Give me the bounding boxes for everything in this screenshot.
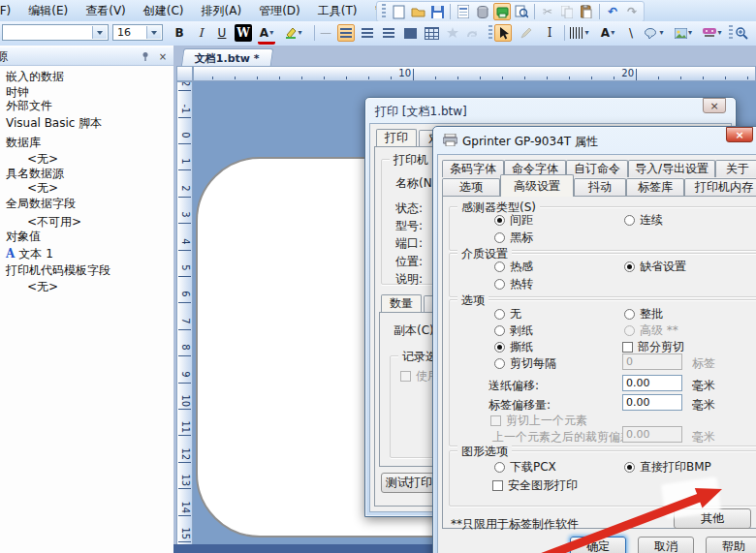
sidebar-item-vb-script[interactable]: Visual Basic 脚本 [6, 115, 102, 132]
tab-quantity[interactable]: 数量 [381, 294, 422, 312]
text-cursor-tool[interactable]: I [541, 24, 558, 42]
barcode-tool-button[interactable]: ▾ [567, 24, 592, 42]
radio-tear[interactable]: 撕纸 [494, 339, 533, 355]
radio-batch[interactable]: 整批 [624, 306, 663, 323]
tab-barcode-fonts[interactable]: 条码字体 [442, 160, 504, 177]
text-tool-button[interactable]: A▾ [596, 24, 619, 42]
picture-tool-button[interactable]: ▾ [671, 24, 696, 42]
ok-button[interactable]: 确定 [570, 537, 626, 553]
help-button[interactable]: 帮助 [706, 537, 756, 553]
combo-arrow-icon[interactable] [146, 26, 161, 39]
highlight-color-button[interactable]: ▾ [285, 24, 302, 42]
font-size-combo[interactable]: 16 [112, 24, 163, 41]
sidebar-item-global-data-fields[interactable]: 全局数据字段 [6, 196, 76, 212]
special-object-tool-button[interactable]: ▾ [700, 24, 725, 42]
toolbar-grip[interactable] [488, 25, 492, 41]
menu-manage[interactable]: 管理(D) [250, 0, 309, 21]
radio-thermal-transfer[interactable]: 热转 [494, 276, 533, 292]
label-offset-input[interactable]: 0.00 [622, 394, 682, 411]
tab-options[interactable]: 选项 [442, 178, 500, 196]
feed-offset-input[interactable]: 0.00 [622, 375, 682, 391]
radio-black-mark[interactable]: 黑标 [494, 230, 533, 246]
wordart-button[interactable]: W [235, 24, 252, 42]
menu-file[interactable]: 文件(F) [0, 0, 19, 21]
align-left-button[interactable] [337, 24, 355, 42]
tab-import-export[interactable]: 导入/导出设置 [628, 160, 715, 177]
fill-color-button[interactable] [401, 24, 419, 42]
pen-tool-button[interactable] [518, 24, 535, 42]
checkbox-secure-graphics[interactable]: 安全图形打印 [492, 477, 578, 494]
menu-tools[interactable]: 工具(T) [309, 0, 366, 21]
font-color-button[interactable]: A▾ [258, 24, 275, 45]
rotate-button[interactable] [463, 24, 481, 42]
cut-every-input[interactable]: 0 [622, 353, 682, 370]
shape-tool-button[interactable]: ▾ [642, 24, 667, 42]
italic-button[interactable]: I [192, 24, 209, 42]
select-tool-button[interactable] [494, 24, 512, 42]
close-icon[interactable]: × [726, 127, 753, 142]
align-center-button[interactable] [359, 24, 376, 42]
cut-icon[interactable]: ✂ [539, 3, 556, 20]
new-document-icon[interactable] [390, 3, 407, 20]
print-preview-icon[interactable] [513, 3, 530, 20]
checkbox-cut-last-element[interactable]: 剪切上一个元素 [490, 413, 587, 429]
sidebar-item-none[interactable]: <无> [27, 279, 58, 295]
database-icon[interactable] [474, 3, 491, 20]
save-icon[interactable] [428, 3, 446, 20]
report-icon[interactable] [455, 3, 472, 20]
copy-icon[interactable] [558, 3, 576, 20]
line-tool-button[interactable]: \ [622, 24, 640, 42]
underline-button[interactable]: U [213, 24, 231, 42]
radio-download-pcx[interactable]: 下载PCX [494, 459, 556, 476]
sidebar-item-database[interactable]: 数据库 [6, 135, 41, 151]
radio-advanced[interactable]: 高级 ** [624, 323, 678, 339]
print-setup-icon[interactable] [493, 3, 511, 20]
align-right-button[interactable] [380, 24, 397, 42]
tab-printer-memory[interactable]: 打印机内存 [684, 178, 756, 196]
line-weight-icon[interactable]: — [317, 24, 334, 42]
sidebar-item-object-values[interactable]: 对象值 [6, 229, 41, 245]
radio-cut-every[interactable]: 剪切每隔 [494, 355, 556, 372]
sidebar-item-external-file[interactable]: 外部文件 [6, 98, 52, 114]
test-print-button[interactable]: 测试打印 [381, 473, 437, 493]
pin-icon[interactable] [139, 49, 152, 63]
tab-advanced-setup[interactable]: 高级设置 [500, 174, 574, 197]
tab-about[interactable]: 关于 [715, 160, 756, 177]
radio-default-setting[interactable]: 缺省设置 [624, 259, 686, 275]
open-file-icon[interactable] [409, 3, 426, 20]
sidebar-item-text1[interactable]: A文本 1 [6, 246, 53, 262]
redo-icon[interactable]: ↷ [623, 3, 641, 20]
tab-print[interactable]: 打印 [376, 129, 417, 146]
document-tab[interactable]: 文档1.btw * [181, 48, 273, 67]
undo-icon[interactable]: ↶ [604, 3, 621, 20]
menu-create[interactable]: 创建(C) [135, 0, 193, 21]
sidebar-item-embedded-data[interactable]: 嵌入的数据 [6, 69, 64, 85]
close-icon[interactable]: × [703, 98, 726, 113]
radio-gap[interactable]: 间距 [494, 212, 533, 229]
radio-thermal[interactable]: 热感 [494, 259, 533, 275]
radio-direct-print-bmp[interactable]: 直接打印BMP [624, 459, 711, 476]
sidebar-item-printer-code-template[interactable]: 打印机代码模板字段 [6, 262, 110, 279]
menu-arrange[interactable]: 排列(A) [193, 0, 251, 21]
tab-dithering[interactable]: 抖动 [574, 178, 626, 196]
cancel-button[interactable]: 取消 [638, 537, 694, 553]
radio-peel[interactable]: 剥纸 [494, 323, 533, 339]
tab-custom-commands[interactable]: 自订命令 [566, 160, 628, 177]
menu-view[interactable]: 查看(V) [77, 0, 135, 21]
ruler-tick [725, 77, 726, 79]
tab-stocks[interactable]: 标签库 [626, 178, 684, 196]
close-icon[interactable]: × [156, 49, 170, 63]
radio-continuous[interactable]: 连续 [624, 212, 663, 229]
combo-arrow-icon[interactable] [92, 26, 107, 39]
group-button[interactable] [444, 24, 461, 42]
font-name-combo[interactable] [2, 24, 109, 41]
bold-button[interactable]: B [171, 24, 188, 42]
paste-icon[interactable] [578, 3, 595, 20]
radio-none[interactable]: 无 [494, 306, 521, 323]
table-button[interactable] [423, 24, 440, 42]
sidebar-item-none[interactable]: <无> [27, 180, 58, 197]
after-last-input[interactable]: 0.00 [622, 426, 682, 443]
toolbar-grip[interactable] [382, 4, 386, 19]
menu-edit[interactable]: 编辑(E) [19, 0, 77, 21]
zoom-in-icon[interactable] [733, 24, 750, 42]
